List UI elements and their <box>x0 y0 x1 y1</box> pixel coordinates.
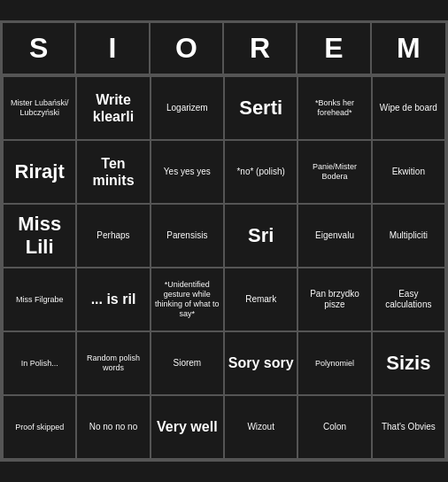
bingo-cell[interactable]: Ten minits <box>76 140 150 204</box>
header-letter: E <box>297 23 371 74</box>
bingo-cell[interactable]: Multipliciti <box>372 204 445 268</box>
bingo-card: SIOREM Mister Lubański/ LubczyńskiWrite … <box>0 20 448 462</box>
bingo-cell[interactable]: *Bonks her forehead* <box>297 76 371 140</box>
bingo-cell[interactable]: Easy calculations <box>372 268 445 331</box>
bingo-cell[interactable]: Sri <box>224 204 297 268</box>
bingo-cell[interactable]: Miss Filgrabe <box>3 268 76 331</box>
bingo-cell[interactable]: Ekwition <box>372 140 445 204</box>
bingo-cell[interactable]: Perhaps <box>76 204 150 268</box>
bingo-cell[interactable]: No no no no <box>76 395 150 459</box>
bingo-cell[interactable]: Serti <box>224 76 297 140</box>
bingo-cell[interactable]: Parensisis <box>151 204 224 268</box>
bingo-cell[interactable]: Pan brzydko pisze <box>297 268 371 331</box>
bingo-cell[interactable]: Rirajt <box>3 140 76 204</box>
bingo-cell[interactable]: Sizis <box>372 331 445 395</box>
bingo-cell[interactable]: In Polish... <box>3 331 76 395</box>
bingo-cell[interactable]: Panie/Mister Bodera <box>297 140 371 204</box>
header-letter: R <box>224 23 297 74</box>
bingo-cell[interactable]: Very well <box>151 395 224 459</box>
bingo-cell[interactable]: Polynomiel <box>297 331 371 395</box>
header-letter: I <box>76 23 150 74</box>
bingo-cell[interactable]: Logarizem <box>151 76 224 140</box>
bingo-cell[interactable]: Miss Lili <box>3 204 76 268</box>
bingo-cell[interactable]: Random polish words <box>76 331 150 395</box>
bingo-cell[interactable]: Eigenvalu <box>297 204 371 268</box>
bingo-cell[interactable]: Mister Lubański/ Lubczyński <box>3 76 76 140</box>
header-letter: O <box>151 23 224 74</box>
bingo-cell[interactable]: Sory sory <box>224 331 297 395</box>
header-letter: S <box>3 23 76 74</box>
bingo-cell[interactable]: *Unidentified gesture while thinking of … <box>151 268 224 331</box>
bingo-cell[interactable]: Wizout <box>224 395 297 459</box>
bingo-cell[interactable]: Write klearli <box>76 76 150 140</box>
bingo-cell[interactable]: Siorem <box>151 331 224 395</box>
bingo-cell[interactable]: Wipe de board <box>372 76 445 140</box>
bingo-cell[interactable]: *no* (polish) <box>224 140 297 204</box>
bingo-cell[interactable]: Proof skipped <box>3 395 76 459</box>
bingo-cell[interactable]: That's Obvies <box>372 395 445 459</box>
bingo-header: SIOREM <box>3 23 445 76</box>
bingo-cell[interactable]: ... is ril <box>76 268 150 331</box>
bingo-grid: Mister Lubański/ LubczyńskiWrite klearli… <box>3 76 445 459</box>
bingo-cell[interactable]: Remark <box>224 268 297 331</box>
header-letter: M <box>372 23 445 74</box>
bingo-cell[interactable]: Colon <box>297 395 371 459</box>
bingo-cell[interactable]: Yes yes yes <box>151 140 224 204</box>
